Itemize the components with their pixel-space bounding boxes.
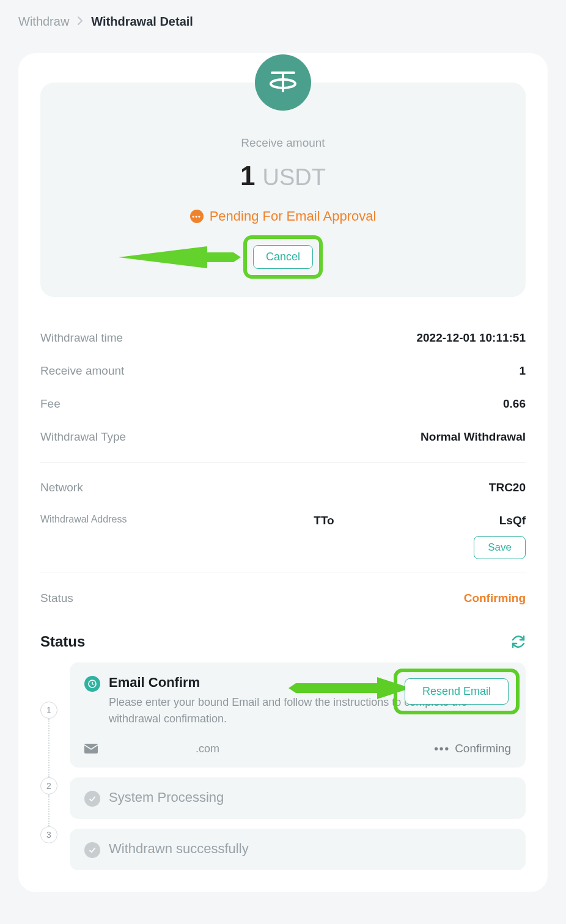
divider <box>40 462 526 463</box>
mail-icon <box>84 744 98 754</box>
amount-value: 1 <box>240 161 255 191</box>
row-status: Status Confirming <box>40 582 526 615</box>
breadcrumb-current: Withdrawal Detail <box>91 15 193 29</box>
fee-label: Fee <box>40 397 61 411</box>
withdrawal-type-label: Withdrawal Type <box>40 430 126 444</box>
ellipsis-icon: ••• <box>434 742 450 755</box>
breadcrumb: Withdraw Withdrawal Detail <box>0 0 566 43</box>
email-confirm-row: .com ••• Confirming <box>84 742 511 755</box>
row-fee: Fee 0.66 <box>40 387 526 420</box>
status-label: Status <box>40 592 73 605</box>
network-value: TRC20 <box>489 481 526 494</box>
svg-rect-4 <box>84 744 98 754</box>
step-connector <box>48 794 50 826</box>
amount-display: 1 USDT <box>55 161 511 191</box>
check-circle-icon <box>84 842 100 858</box>
step-system-processing: System Processing <box>70 777 526 819</box>
withdrawal-type-value: Normal Withdrawal <box>421 430 526 444</box>
arrow-annotation-icon <box>119 239 241 276</box>
row-withdrawal-address: Withdrawal Address TToLsQf Save <box>40 504 526 564</box>
row-receive-amount: Receive amount 1 <box>40 354 526 387</box>
step2-title: System Processing <box>109 790 511 805</box>
arrow-annotation-icon <box>289 670 411 706</box>
amount-unit: USDT <box>263 164 326 191</box>
check-circle-icon <box>84 791 100 807</box>
address-prefix: TTo <box>314 514 334 527</box>
network-label: Network <box>40 481 83 494</box>
refresh-icon[interactable] <box>511 634 526 649</box>
step-email-confirm: Resend Email Email Confirm Please enter … <box>70 662 526 768</box>
step3-title: Withdrawn successfully <box>109 841 511 857</box>
step-number-2: 2 <box>40 777 57 794</box>
clock-icon <box>84 676 100 692</box>
status-heading: Status <box>40 633 85 650</box>
address-suffix: LsQf <box>499 514 526 527</box>
row-network: Network TRC20 <box>40 471 526 504</box>
step-connector <box>48 719 50 777</box>
withdrawal-time-label: Withdrawal time <box>40 331 123 345</box>
row-withdrawal-type: Withdrawal Type Normal Withdrawal <box>40 420 526 453</box>
step-number-1: 1 <box>40 702 57 719</box>
receive-amount-detail-label: Receive amount <box>40 364 124 378</box>
email-status: ••• Confirming <box>434 742 511 755</box>
pending-status-text: Pending For Email Approval <box>210 208 377 224</box>
step-number-3: 3 <box>40 826 57 843</box>
withdrawal-address-label: Withdrawal Address <box>40 514 127 525</box>
fee-value: 0.66 <box>503 397 526 411</box>
resend-email-button[interactable]: Resend Email <box>405 678 509 705</box>
email-status-text: Confirming <box>455 742 511 755</box>
status-value: Confirming <box>464 592 526 605</box>
breadcrumb-root[interactable]: Withdraw <box>18 15 69 29</box>
cancel-highlight-box: Cancel <box>243 235 323 279</box>
chevron-right-icon <box>78 16 83 28</box>
email-suffix: .com <box>196 743 219 755</box>
cancel-button[interactable]: Cancel <box>253 245 313 269</box>
withdrawal-time-value: 2022-12-01 10:11:51 <box>416 331 526 345</box>
receive-amount-detail-value: 1 <box>519 364 526 378</box>
svg-marker-2 <box>289 677 411 699</box>
hero-panel: Receive amount 1 USDT Pending For Email … <box>40 82 526 297</box>
resend-highlight-box: Resend Email <box>394 669 520 714</box>
save-button[interactable]: Save <box>474 536 526 559</box>
tether-icon <box>255 54 311 111</box>
pending-dots-icon <box>190 210 204 223</box>
receive-amount-label: Receive amount <box>55 136 511 150</box>
withdrawal-address-value: TToLsQf <box>314 514 526 527</box>
svg-marker-1 <box>119 246 241 268</box>
row-withdrawal-time: Withdrawal time 2022-12-01 10:11:51 <box>40 321 526 354</box>
timeline: 1 2 3 Resend Email Email Confirm <box>40 662 526 870</box>
pending-status: Pending For Email Approval <box>55 208 511 224</box>
detail-card: Receive amount 1 USDT Pending For Email … <box>18 53 548 892</box>
step-withdrawn-successfully: Withdrawn successfully <box>70 829 526 870</box>
timeline-numbers: 1 2 3 <box>40 662 57 870</box>
status-heading-row: Status <box>40 633 526 650</box>
divider <box>40 573 526 573</box>
